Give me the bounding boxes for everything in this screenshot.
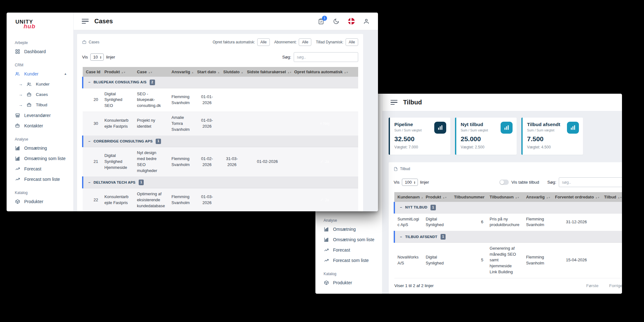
sidebar-item-forecast[interactable]: Forecast	[7, 164, 73, 174]
sidebar-item-produkter[interactable]: Produkter	[315, 277, 382, 288]
column-header-navn[interactable]: Tilbudsnavn▲▼	[486, 192, 523, 202]
collapse-icon[interactable]: –	[400, 205, 402, 210]
sidebar-item-label: Forecast	[24, 166, 41, 171]
sidebar-item-kunder[interactable]: →Kunder	[7, 79, 73, 89]
sidebar-item-forecast[interactable]: Forecast	[315, 245, 382, 255]
sidebar-item-label: Omsætning	[24, 146, 47, 151]
page-length-select[interactable]: 100 ▲▼	[402, 179, 418, 186]
collapse-icon[interactable]: –	[88, 139, 91, 144]
column-header-slut[interactable]: Slutdato▲▼	[220, 67, 244, 77]
filter-value-button[interactable]: Alle	[299, 38, 311, 46]
bar-chart-icon[interactable]	[567, 122, 579, 134]
sidebar-item-produkter[interactable]: Produkter	[7, 196, 73, 207]
sidebar-item-label: Tilbud	[36, 103, 47, 107]
cell-navn: Generering af månedlig SEO samt hjemmesi…	[486, 242, 523, 278]
group-name: COREBRIDGE CONSULTING APS	[94, 139, 153, 144]
column-header-dato[interactable]: Forventet ordredato▲▼	[552, 192, 601, 202]
sidebar-item-tilbud[interactable]: →Tilbud	[7, 100, 73, 110]
column-header-ansvarlig[interactable]: Ansvarlig▲▼	[523, 192, 552, 202]
page-length-select[interactable]: 10 ▲▼	[90, 53, 104, 61]
group-row[interactable]: –TILBUD AFSENDT1	[394, 231, 622, 243]
sort-icon: ▲▼	[217, 71, 220, 74]
sidebar-item-cases[interactable]: →Cases	[7, 89, 73, 100]
cell-dato: 15-04-2026	[552, 242, 601, 278]
sidebar: UNITYhubArbejdeDashboardCRMKunder▲→Kunde…	[7, 13, 74, 211]
column-header-opret[interactable]: Opret faktura automatisk▲▼	[291, 67, 358, 77]
sidebar-item-kunder[interactable]: Kunder▲	[7, 69, 73, 79]
sort-icon: ▲▼	[546, 196, 550, 199]
notification-badge: 1	[322, 16, 327, 21]
length-menu-prefix: Vis	[394, 180, 400, 185]
column-header-kunde[interactable]: Kundenavn▲▼	[394, 192, 423, 202]
column-header-id[interactable]: Case Id▲	[83, 67, 101, 77]
group-count-badge: 2	[150, 80, 155, 85]
bar-chart-icon[interactable]	[501, 122, 513, 134]
filter-label: Abonnement:	[274, 40, 297, 44]
table-row[interactable]: NovaWorks A/SDigital Synlighed5Genererin…	[394, 242, 622, 278]
cell-kunde: SummitLogic ApS	[394, 213, 423, 231]
group-count-badge: 1	[430, 205, 436, 210]
pagination-forrige[interactable]: Forrige	[609, 283, 622, 288]
cell-produkt: Digital Synlighed SEO	[101, 88, 134, 112]
group-count-badge: 1	[441, 234, 446, 240]
cell-slut: 31-03-2026	[220, 147, 244, 177]
menu-toggle-icon[interactable]	[391, 100, 397, 105]
tilbud-table: Kundenavn▲▼Produkt▲▼Tilbudsnummer▲▼Tilbu…	[394, 192, 622, 278]
cell-opret: ✓ Ja	[291, 188, 358, 211]
table-row[interactable]: SummitLogic ApSDigital Synlighed6Pris på…	[394, 213, 622, 231]
group-row[interactable]: –BLUEPEAK CONSULTING A/S2	[83, 77, 358, 88]
sidebar-item-oms-tning[interactable]: Omsætning	[7, 143, 73, 153]
sidebar-item-oms-tning[interactable]: Omsætning	[315, 224, 382, 234]
dashboard-icon	[15, 49, 20, 54]
sidebar-item-leverand-rer[interactable]: Leverandører	[7, 110, 73, 120]
sort-icon: ▲▼	[192, 71, 194, 74]
pagination-første[interactable]: Første	[586, 283, 598, 288]
table-row[interactable]: 30Konsulentarbejde FastprisProjekt ny id…	[83, 112, 358, 136]
search-input[interactable]	[559, 177, 622, 187]
dark-mode-button[interactable]	[333, 18, 340, 25]
collapse-icon[interactable]: –	[88, 80, 91, 85]
collapse-icon[interactable]: –	[88, 180, 91, 185]
sidebar-item-oms-tning-som-liste[interactable]: Omsætning som liste	[7, 153, 73, 164]
group-row[interactable]: –COREBRIDGE CONSULTING APS1	[83, 136, 358, 147]
column-header-ansvarlig[interactable]: Ansvarlig▲▼	[168, 67, 194, 77]
trend-icon	[324, 247, 329, 253]
sidebar-item-label: Omsætning som liste	[24, 156, 65, 161]
column-header-produkt[interactable]: Produkt▲▼	[101, 67, 134, 77]
filter-value-button[interactable]: Alle	[346, 38, 358, 46]
cell-start: 01-02-2026	[194, 147, 220, 177]
cell-produkt: Digital Synlighed Hjemmeside	[101, 147, 134, 177]
cell-produkt: Konsulentarbejde Fastpris	[101, 112, 134, 136]
menu-toggle-icon[interactable]	[82, 19, 89, 24]
bar-chart-icon	[324, 226, 329, 232]
language-button[interactable]	[348, 18, 355, 25]
table-row[interactable]: 20Digital Synlighed SEOSEO - bluepeak-co…	[83, 88, 358, 112]
sidebar-item-oms-tning-som-liste[interactable]: Omsætning som liste	[315, 234, 382, 245]
sidebar-item-label: Forecast	[333, 247, 350, 253]
sidebar-item-forecast-som-liste[interactable]: Forecast som liste	[7, 174, 73, 184]
collapse-icon[interactable]: –	[400, 234, 402, 240]
kpi-card-nyt-tilbud: Nyt tilbud Sum / Sum vægtet 25.000 Vægte…	[455, 118, 517, 155]
sidebar-item-forecast-som-liste[interactable]: Forecast som liste	[315, 255, 382, 265]
column-header-start[interactable]: Start dato▲▼	[194, 67, 220, 77]
filter-value-button[interactable]: Alle	[257, 38, 270, 46]
table-row[interactable]: 21Digital Synlighed HjemmesideNyt design…	[83, 147, 358, 177]
bar-chart-icon[interactable]	[434, 122, 446, 134]
column-header-tilbud[interactable]: Tilbud▲▼	[601, 192, 622, 202]
column-header-produkt[interactable]: Produkt▲▼	[423, 192, 451, 202]
profile-button[interactable]	[363, 18, 370, 25]
show-lost-offers-toggle[interactable]	[499, 180, 509, 185]
cell-start: 01-03-2026	[194, 188, 220, 211]
group-row[interactable]: –DELTANOVA TECH APS1	[83, 177, 358, 188]
tasks-button[interactable]: 1	[318, 18, 325, 25]
sidebar-item-dashboard[interactable]: Dashboard	[7, 46, 73, 57]
group-row[interactable]: –NYT TILBUD1	[394, 202, 622, 213]
column-header-sidste[interactable]: Sidste fakturakørsel▲▼	[244, 67, 291, 77]
stepper-icon: ▲▼	[100, 56, 102, 59]
table-row[interactable]: 22Konsulentarbejde FastprisOptimering af…	[83, 188, 358, 211]
sidebar-item-kontakter[interactable]: Kontakter	[7, 120, 73, 131]
column-header-nummer[interactable]: Tilbudsnummer▲▼	[451, 192, 486, 202]
column-header-case[interactable]: Case▲▼	[134, 67, 169, 77]
cell-sidste: 01-02-2026	[244, 147, 291, 177]
search-input[interactable]	[294, 52, 358, 62]
